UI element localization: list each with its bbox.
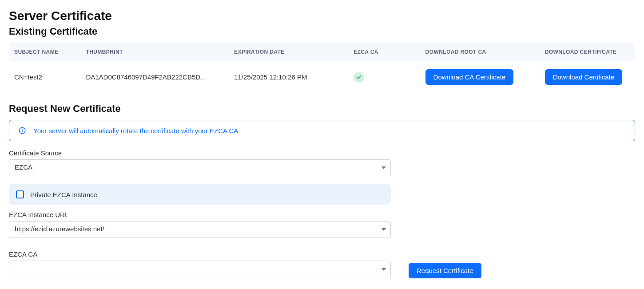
instance-url-select[interactable]: https://ezid.azurewebsites.net/ [9, 221, 391, 238]
info-banner: Your server will automatically rotate th… [9, 120, 635, 141]
cell-download-root: Download CA Certificate [420, 61, 540, 93]
col-header-expiration: EXPIRATION DATE [229, 43, 348, 61]
ezca-ca-label: EZCA CA [9, 250, 391, 258]
cell-ezca-ca [348, 61, 420, 93]
instance-url-value: https://ezid.azurewebsites.net/ [15, 225, 104, 233]
instance-url-label: EZCA Instance URL [9, 211, 391, 218]
download-ca-button[interactable]: Download CA Certificate [425, 69, 514, 85]
cell-expiration: 11/25/2025 12:10:26 PM [229, 61, 348, 93]
request-cert-heading: Request New Certificate [9, 103, 635, 115]
cell-subject: CN=test2 [9, 61, 80, 93]
private-instance-card[interactable]: Private EZCA Instance [9, 184, 391, 205]
col-header-ezca-ca: EZCA CA [348, 43, 420, 61]
info-icon [18, 127, 26, 135]
download-cert-button[interactable]: Download Certificate [545, 69, 622, 85]
private-instance-checkbox[interactable] [16, 190, 24, 198]
col-header-download-cert: DOWNLOAD CERTIFICATE [540, 43, 635, 61]
chevron-down-icon [382, 268, 386, 271]
info-banner-text: Your server will automatically rotate th… [33, 127, 238, 135]
ezca-ca-select[interactable] [9, 261, 391, 278]
cell-download-cert: Download Certificate [540, 61, 635, 93]
request-certificate-button[interactable]: Request Certificate [409, 263, 481, 278]
private-instance-label: Private EZCA Instance [30, 191, 97, 198]
svg-point-2 [22, 129, 23, 130]
existing-cert-heading: Existing Certificate [9, 26, 635, 37]
page-title: Server Certificate [9, 9, 635, 23]
cert-source-value: EZCA [15, 163, 32, 171]
chevron-down-icon [382, 166, 386, 169]
chevron-down-icon [382, 228, 386, 231]
existing-cert-table: SUBJECT NAME THUMBPRINT EXPIRATION DATE … [9, 43, 635, 93]
cell-thumbprint: DA1AD0C8746097D49F2AB222CB5D... [80, 61, 229, 93]
col-header-download-root: DOWNLOAD ROOT CA [420, 43, 540, 61]
cert-source-select[interactable]: EZCA [9, 159, 391, 176]
check-icon [354, 72, 364, 83]
cert-source-label: Certificate Source [9, 149, 391, 157]
col-header-subject: SUBJECT NAME [9, 43, 80, 61]
col-header-thumbprint: THUMBPRINT [80, 43, 229, 61]
table-row: CN=test2 DA1AD0C8746097D49F2AB222CB5D...… [9, 61, 635, 93]
